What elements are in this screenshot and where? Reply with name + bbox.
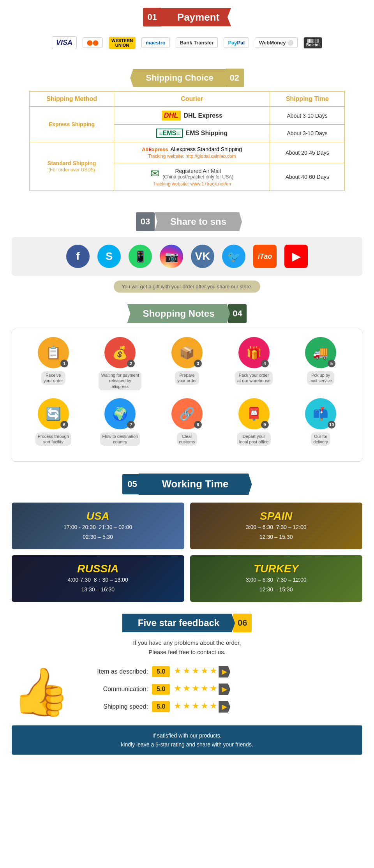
- step-9-label: Depart yourlocal post office: [237, 432, 271, 446]
- star-2: ★: [183, 666, 191, 677]
- communication-score: 5.0: [152, 684, 170, 695]
- star-1: ★: [174, 666, 182, 677]
- rating-row-communication: Communication: 5.0 ★ ★ ★ ★ ★ ▶: [78, 683, 362, 695]
- working-time-section: 05 Working Time USA 17:00 - 20:30 21:30 …: [0, 468, 374, 608]
- col-method: Shipping Method: [30, 92, 114, 107]
- star-4: ★: [201, 683, 208, 695]
- described-label: Item as described:: [78, 668, 148, 675]
- step-9-num: 9: [261, 421, 269, 429]
- chinapost-courier-cell: ✉ Registered Air Mail (China post/epacke…: [114, 163, 270, 191]
- communication-stars: ★ ★ ★ ★ ★ ▶: [174, 683, 230, 695]
- chinapost-tracking: Tracking website: www.17track.net/en: [153, 181, 231, 187]
- sns-title-ribbon: Share to sns: [155, 212, 242, 231]
- sns-gift-note: You will get a gift with your order afte…: [114, 281, 260, 293]
- notes-title-ribbon: Shopping Notes: [127, 304, 230, 323]
- instagram-icon[interactable]: 📷: [160, 245, 183, 268]
- usa-country-name: USA: [18, 510, 178, 522]
- registered-mail-name: Registered Air Mail: [162, 168, 233, 174]
- sns-num-badge: 03: [136, 212, 155, 231]
- dhl-logo-icon: DHL: [162, 111, 181, 120]
- step-10-label: Our fordelivery: [311, 432, 330, 446]
- step-10-num: 10: [328, 421, 335, 429]
- step-2-num: 2: [127, 360, 135, 367]
- chinapost-time-cell: About 40-60 Days: [270, 163, 345, 191]
- express-method-cell: Express Shipping: [30, 107, 114, 142]
- aliexpress-courier-cell: AliExpress Aliexpress Standard Shipping …: [114, 142, 270, 163]
- webmoney-icon: WebMoney ⚪: [255, 37, 298, 48]
- step-4: 🎁 4 Pack your orderat our warehouse: [233, 337, 275, 385]
- step-8-icon: 🔗 8: [171, 398, 203, 429]
- star-4: ★: [201, 701, 208, 713]
- china-post-logo-icon: ✉: [150, 167, 159, 180]
- standard-method-cell: Standard Shipping (For order over USD5): [30, 142, 114, 191]
- ali-name: Aliexpress Standard Shipping: [170, 146, 242, 152]
- shipping-speed-label: Shipping speed:: [78, 703, 148, 710]
- star-5: ★: [210, 666, 217, 677]
- itao-icon[interactable]: iTao: [253, 245, 277, 268]
- table-row: Express Shipping DHL DHL Express About 3…: [30, 107, 345, 125]
- time-grid: USA 17:00 - 20:30 21:30 – 02:0002:30 – 5…: [12, 503, 362, 602]
- feedback-bottom-banner: If satisfied with our products, kindly l…: [12, 725, 362, 755]
- feedback-num-badge: 06: [233, 614, 252, 632]
- star-2: ★: [183, 701, 191, 713]
- rating-row-shipping: Shipping speed: 5.0 ★ ★ ★ ★ ★ ▶: [78, 701, 362, 713]
- twitter-icon[interactable]: 🐦: [222, 245, 245, 268]
- shopping-notes-section: Shopping Notes 04 📋 1 Receiveyour order …: [0, 298, 374, 468]
- star-arrow-icon: ▶: [219, 666, 230, 677]
- described-stars: ★ ★ ★ ★ ★ ▶: [174, 666, 230, 677]
- step-10-icon: 📫 10: [305, 398, 336, 429]
- step-5-num: 5: [328, 360, 335, 367]
- visa-icon: VISA: [52, 36, 77, 49]
- ems-courier-cell: ≡EMS≡ EMS Shipping: [114, 125, 270, 142]
- step-5: 🚚 5 Pck up bymail service: [299, 337, 342, 385]
- step-3: 📦 3 Prepareyour order: [166, 337, 208, 385]
- star-1: ★: [174, 701, 182, 713]
- notes-header: Shopping Notes 04: [12, 304, 362, 323]
- vk-icon[interactable]: VK: [191, 245, 214, 268]
- shipping-header: Shipping Choice 02: [12, 69, 362, 87]
- russia-country-name: RUSSIA: [18, 563, 178, 575]
- turkey-country-name: TURKEY: [196, 563, 357, 575]
- step-3-num: 3: [194, 360, 202, 367]
- shipping-title-ribbon: Shipping Choice: [130, 69, 229, 87]
- steps-row-1: 📋 1 Receiveyour order 💰 2 Waiting for pa…: [20, 337, 354, 390]
- sns-section: 03 Share to sns f S 📱 📷 VK 🐦 iTao ▶ You …: [0, 206, 374, 298]
- facebook-icon[interactable]: f: [66, 245, 90, 268]
- ems-name: EMS Shipping: [186, 130, 228, 137]
- turkey-hours: 3:00 – 6:30 7:30 – 12:0012:30 – 15:30: [196, 575, 357, 595]
- col-time: Shipping Time: [270, 92, 345, 107]
- spain-time-card: SPAIN 3:00 – 6:30 7:30 – 12:0012:30 – 15…: [190, 503, 363, 549]
- dhl-name: DHL Express: [184, 112, 222, 119]
- ali-tracking: Tracking website: http://global.cainiao.…: [148, 153, 236, 159]
- usa-hours: 17:00 - 20:30 21:30 – 02:0002:30 – 5:30: [18, 522, 178, 542]
- western-union-icon: WESTERNUNION: [109, 37, 136, 49]
- shipping-table: Shipping Method Courier Shipping Time Ex…: [29, 91, 345, 191]
- skype-icon[interactable]: S: [97, 245, 121, 268]
- step-5-label: Pck up bymail service: [307, 371, 334, 385]
- whatsapp-icon[interactable]: 📱: [129, 245, 152, 268]
- step-8-num: 8: [194, 421, 202, 429]
- usa-time-card: USA 17:00 - 20:30 21:30 – 02:0002:30 – 5…: [12, 503, 184, 549]
- step-6-label: Process throughsort facility: [35, 432, 71, 446]
- step-2-icon: 💰 2: [104, 337, 136, 368]
- russia-time-card: RUSSIA 4:00-7:30 8：30 – 13:0013:30 – 16:…: [12, 555, 184, 602]
- rating-row-described: Item as described: 5.0 ★ ★ ★ ★ ★ ▶: [78, 666, 362, 677]
- notes-box: 📋 1 Receiveyour order 💰 2 Waiting for pa…: [12, 329, 362, 462]
- star-3: ★: [192, 666, 199, 677]
- step-8-label: Clearcustoms: [177, 432, 198, 446]
- step-7-icon: 🌍 7: [104, 398, 136, 429]
- step-5-icon: 🚚 5: [305, 337, 336, 368]
- step-4-label: Pack your orderat our warehouse: [235, 371, 273, 385]
- payment-title-ribbon: Payment: [158, 8, 231, 26]
- spain-hours: 3:00 – 6:30 7:30 – 12:0012:30 – 15:30: [196, 522, 357, 542]
- shipping-speed-score: 5.0: [152, 701, 170, 712]
- step-9-icon: 📮 9: [238, 398, 270, 429]
- payment-section: 01 Payment VISA ⬤⬤ WESTERNUNION maestro …: [0, 0, 374, 61]
- step-2: 💰 2 Waiting for paymentreleased by alixp…: [99, 337, 141, 390]
- youtube-icon[interactable]: ▶: [284, 245, 308, 268]
- bank-transfer-icon: Bank Transfer: [176, 37, 218, 48]
- sns-header: 03 Share to sns: [0, 212, 374, 231]
- described-score: 5.0: [152, 666, 170, 677]
- feedback-content: 👍 Item as described: 5.0 ★ ★ ★ ★ ★ ▶ Com…: [12, 665, 362, 720]
- registered-mail-sub: (China post/epacket-only for USA): [162, 174, 233, 180]
